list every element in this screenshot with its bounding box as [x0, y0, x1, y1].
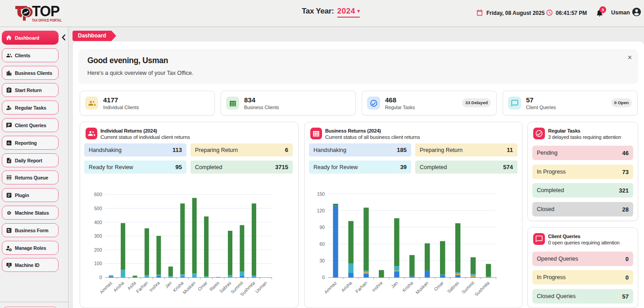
- svg-text:Muskan: Muskan: [182, 280, 197, 295]
- svg-text:Sushmita: Sushmita: [474, 280, 491, 297]
- svg-text:Summit: Summit: [461, 280, 475, 294]
- svg-text:500: 500: [94, 206, 102, 211]
- svg-text:Ammaz: Ammaz: [99, 280, 113, 295]
- svg-text:Jan: Jan: [390, 280, 399, 289]
- svg-text:600: 600: [94, 192, 102, 197]
- svg-text:Omar: Omar: [197, 280, 209, 292]
- svg-text:100: 100: [94, 261, 102, 266]
- svg-text:Arisha: Arisha: [113, 280, 125, 293]
- svg-text:30: 30: [320, 258, 325, 263]
- svg-text:90: 90: [320, 225, 325, 230]
- svg-text:150: 150: [317, 191, 325, 197]
- svg-text:Asifa: Asifa: [127, 280, 137, 291]
- svg-text:Usman: Usman: [254, 280, 268, 294]
- svg-text:0: 0: [100, 275, 102, 280]
- svg-text:0: 0: [322, 275, 325, 280]
- svg-text:Inshra: Inshra: [148, 280, 161, 293]
- svg-text:200: 200: [94, 247, 102, 253]
- svg-text:Omar: Omar: [433, 280, 445, 292]
- svg-text:Farhan: Farhan: [354, 280, 368, 294]
- svg-text:Sabras: Sabras: [446, 280, 460, 294]
- svg-text:Inshra: Inshra: [371, 280, 384, 293]
- svg-text:60: 60: [320, 241, 325, 247]
- svg-text:Farhan: Farhan: [135, 280, 149, 294]
- svg-text:Krisha: Krisha: [401, 280, 414, 293]
- svg-text:400: 400: [94, 220, 102, 225]
- svg-text:120: 120: [317, 208, 325, 213]
- svg-text:Ammaz: Ammaz: [323, 280, 338, 295]
- svg-text:Arisha: Arisha: [340, 280, 353, 293]
- svg-text:Muskan: Muskan: [415, 280, 430, 295]
- svg-text:300: 300: [94, 233, 102, 239]
- svg-text:Jan: Jan: [164, 280, 172, 289]
